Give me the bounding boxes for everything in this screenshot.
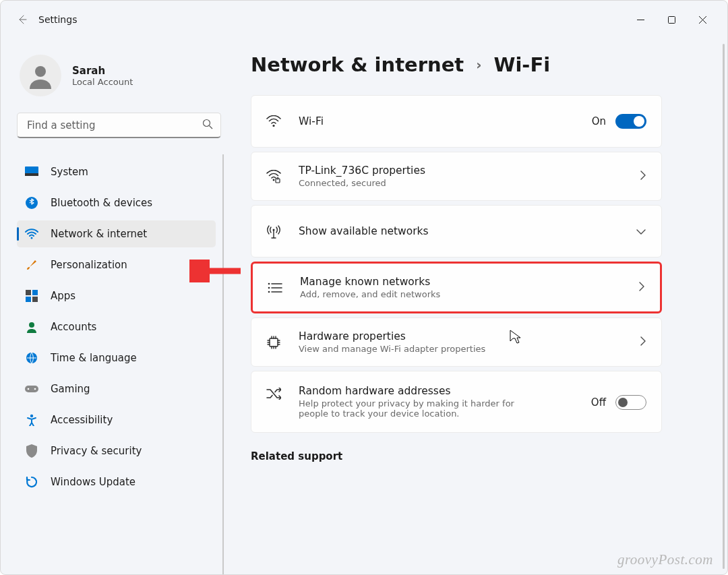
minimize-button[interactable] — [625, 9, 656, 30]
card-title: Manage known networks — [300, 276, 621, 288]
card-title: Hardware properties — [299, 330, 622, 342]
svg-point-1 — [35, 66, 46, 77]
svg-rect-4 — [25, 173, 38, 176]
sidebar-item-privacy[interactable]: Privacy & security — [17, 437, 216, 464]
svg-rect-0 — [668, 16, 675, 23]
chevron-right-icon — [640, 336, 646, 349]
main-content: Network & internet › Wi-Fi Wi-Fi On — [226, 38, 727, 574]
sidebar-item-network[interactable]: Network & internet — [17, 220, 216, 247]
card-network-properties[interactable]: TP-Link_736C properties Connected, secur… — [251, 152, 662, 201]
sidebar-item-label: Windows Update — [51, 476, 135, 488]
card-manage-known-networks[interactable]: Manage known networks Add, remove, and e… — [251, 262, 662, 313]
account-block[interactable]: Sarah Local Account — [17, 55, 224, 96]
card-title: Random hardware addresses — [299, 385, 574, 397]
card-random-addresses[interactable]: Random hardware addresses Help protect y… — [251, 371, 662, 433]
wifi-icon — [266, 115, 281, 127]
svg-point-17 — [272, 125, 274, 127]
sidebar-item-gaming[interactable]: Gaming — [17, 375, 216, 402]
svg-point-22 — [268, 282, 270, 284]
sidebar-item-label: Accounts — [51, 321, 96, 333]
back-button[interactable] — [10, 7, 34, 32]
sidebar-item-apps[interactable]: Apps — [17, 282, 216, 309]
search-input[interactable] — [17, 113, 221, 138]
sidebar-item-system[interactable]: System — [17, 158, 216, 185]
update-icon — [25, 475, 38, 489]
sidebar-item-label: Bluetooth & devices — [51, 197, 152, 209]
breadcrumb: Network & internet › Wi-Fi — [251, 53, 714, 76]
svg-point-15 — [34, 388, 36, 390]
sidebar-item-update[interactable]: Windows Update — [17, 468, 216, 495]
breadcrumb-current: Wi-Fi — [493, 53, 550, 76]
system-icon — [25, 165, 38, 179]
sidebar-item-label: Privacy & security — [51, 445, 142, 457]
random-addresses-toggle[interactable] — [615, 395, 646, 410]
card-hardware-properties[interactable]: Hardware properties View and manage Wi-F… — [251, 317, 662, 367]
svg-point-18 — [273, 179, 275, 181]
sidebar-item-label: Time & language — [51, 352, 137, 364]
breadcrumb-separator: › — [476, 57, 481, 73]
settings-window: Settings Sarah Local Account — [0, 0, 728, 575]
toggle-state: Off — [591, 396, 606, 408]
svg-rect-13 — [25, 386, 38, 392]
toggle-state: On — [592, 115, 606, 127]
chip-icon — [266, 335, 281, 350]
sidebar-item-label: Network & internet — [51, 228, 147, 240]
svg-point-11 — [29, 322, 34, 328]
apps-icon — [25, 289, 38, 303]
sidebar-item-bluetooth[interactable]: Bluetooth & devices — [17, 189, 216, 216]
accessibility-icon — [25, 413, 38, 427]
card-title: TP-Link_736C properties — [299, 164, 622, 177]
svg-point-24 — [268, 291, 270, 293]
antenna-icon — [266, 224, 281, 239]
chevron-down-icon — [636, 225, 646, 238]
breadcrumb-parent[interactable]: Network & internet — [251, 53, 464, 76]
wifi-icon — [25, 227, 38, 241]
sidebar-item-time[interactable]: Time & language — [17, 344, 216, 371]
svg-point-14 — [28, 388, 30, 390]
maximize-button[interactable] — [656, 9, 687, 30]
search-icon — [202, 119, 213, 132]
svg-rect-25 — [270, 338, 278, 346]
scrollbar[interactable] — [723, 44, 725, 569]
card-subtitle: Help protect your privacy by making it h… — [299, 398, 541, 419]
annotation-arrow — [189, 260, 243, 282]
close-button[interactable] — [687, 9, 718, 30]
svg-rect-9 — [26, 297, 31, 302]
card-available-networks[interactable]: Show available networks — [251, 205, 662, 258]
card-title: Wi-Fi — [299, 115, 574, 127]
wifi-toggle[interactable] — [615, 114, 646, 129]
svg-rect-8 — [32, 290, 38, 295]
watermark: groovyPost.com — [617, 551, 713, 568]
account-type: Local Account — [72, 77, 133, 87]
sidebar-item-accounts[interactable]: Accounts — [17, 313, 216, 340]
list-icon — [268, 282, 282, 293]
avatar — [20, 55, 61, 96]
sidebar-item-accessibility[interactable]: Accessibility — [17, 406, 216, 433]
sidebar-item-label: Apps — [51, 290, 75, 302]
chevron-right-icon — [638, 281, 645, 295]
svg-rect-10 — [32, 297, 38, 302]
wifi-connected-icon — [266, 170, 281, 183]
gamepad-icon — [25, 382, 38, 396]
sidebar-item-label: System — [51, 166, 88, 178]
search-box — [17, 113, 221, 138]
related-support-heading: Related support — [251, 450, 714, 462]
nav-list[interactable]: System Bluetooth & devices Network & int… — [17, 154, 224, 574]
svg-point-2 — [204, 120, 210, 127]
sidebar-item-label: Personalization — [51, 259, 127, 271]
card-wifi-toggle[interactable]: Wi-Fi On — [251, 95, 662, 148]
sidebar: Sarah Local Account System Bluetooth & d… — [1, 38, 226, 574]
bluetooth-icon — [25, 196, 38, 210]
sidebar-item-personalization[interactable]: Personalization — [17, 251, 216, 278]
titlebar: Settings — [1, 1, 727, 38]
svg-point-23 — [268, 286, 270, 289]
card-subtitle: View and manage Wi-Fi adapter properties — [299, 344, 622, 354]
sidebar-item-label: Accessibility — [51, 414, 113, 426]
svg-point-16 — [30, 415, 33, 417]
shuffle-icon — [266, 388, 281, 400]
account-name: Sarah — [72, 65, 133, 77]
chevron-right-icon — [640, 170, 646, 183]
card-subtitle: Add, remove, and edit networks — [300, 289, 621, 299]
shield-icon — [25, 444, 38, 458]
person-icon — [25, 320, 38, 334]
